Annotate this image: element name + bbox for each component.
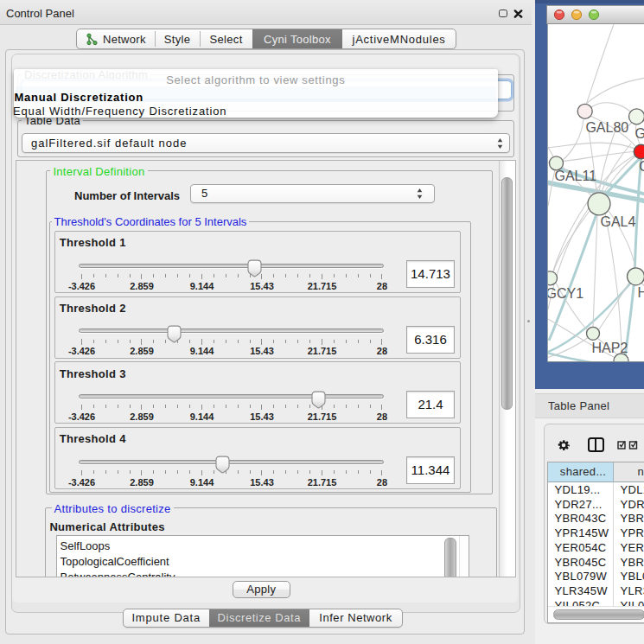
svg-text:GCY1: GCY1 <box>548 286 583 301</box>
svg-text:GA: GA <box>634 126 644 141</box>
svg-text:GAL11: GAL11 <box>554 169 596 183</box>
svg-text:GAL4: GAL4 <box>600 214 635 229</box>
svg-text:GAL80: GAL80 <box>585 120 628 135</box>
svg-text:CU: CU <box>639 159 644 174</box>
svg-text:HAP2: HAP2 <box>591 341 628 355</box>
svg-text:HIS4: HIS4 <box>637 285 644 300</box>
